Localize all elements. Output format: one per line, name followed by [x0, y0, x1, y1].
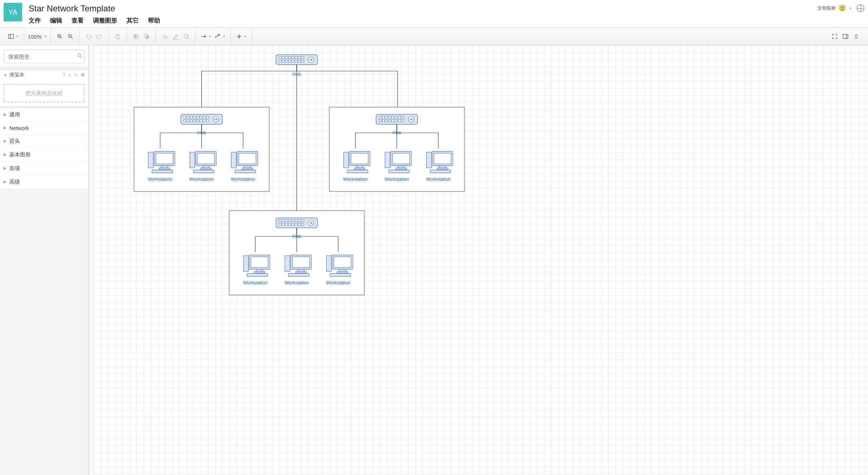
canvas-wrap: Hub Hub Workstation Workstation Workstat…	[89, 45, 868, 475]
scratchpad-header[interactable]: ▼ 便笺本 ? + ✎ ×	[0, 70, 88, 80]
toolbar: ▼ 100% ▼	[0, 28, 868, 45]
svg-text:Hub: Hub	[393, 130, 401, 135]
svg-text:Workstation: Workstation	[243, 280, 267, 285]
diagram-top-hub[interactable]	[276, 55, 317, 65]
user-nickname[interactable]: 没有昵称	[817, 5, 836, 11]
canvas[interactable]: Hub Hub Workstation Workstation Workstat…	[94, 45, 868, 475]
fill-color-button[interactable]	[159, 31, 170, 42]
line-color-button[interactable]	[170, 31, 181, 42]
menu-file[interactable]: 文件	[29, 16, 41, 25]
svg-text:Workstation: Workstation	[426, 176, 450, 182]
menu-arrange[interactable]: 调整图形	[93, 16, 117, 25]
scratchpad-dropzone[interactable]: 把元素拖至此处	[4, 84, 84, 102]
svg-text:Workstation: Workstation	[148, 176, 172, 182]
sidebar-toggle-button[interactable]: ▼	[6, 31, 20, 42]
undo-button[interactable]	[83, 31, 94, 42]
user-area: 没有昵称 😇 ▼	[817, 3, 864, 12]
diagram[interactable]: Hub Hub Workstation Workstation Workstat…	[94, 45, 558, 342]
menubar: 文件 编辑 查看 调整图形 其它 帮助	[29, 16, 817, 25]
category-network[interactable]: ▶Network	[0, 122, 88, 135]
scratchpad-title: 便笺本	[9, 72, 24, 78]
fullscreen-button[interactable]	[829, 31, 840, 42]
shape-categories: ▶通用 ▶Network ▶箭头 ▶基本图形 ▶杂项 ▶高级	[0, 108, 88, 189]
waypoint-button[interactable]: ▼	[213, 31, 227, 42]
diagram-cluster-right[interactable]: Hub Workstation Workstation Workstation	[329, 107, 464, 191]
user-emoji-icon: 😇	[839, 5, 846, 12]
svg-text:Workstation: Workstation	[231, 176, 255, 182]
category-general[interactable]: ▶通用	[0, 108, 88, 122]
header: YA Star Network Template 文件 编辑 查看 调整图形 其…	[0, 0, 868, 25]
category-advanced[interactable]: ▶高级	[0, 175, 88, 189]
zoom-level[interactable]: 100%	[28, 34, 41, 40]
avatar[interactable]: YA	[4, 3, 22, 21]
chevron-down-icon: ▼	[4, 73, 7, 77]
shadow-button[interactable]	[181, 31, 192, 42]
category-misc[interactable]: ▶杂项	[0, 162, 88, 175]
svg-point-16	[166, 38, 167, 39]
globe-icon[interactable]	[857, 4, 864, 12]
to-back-button[interactable]	[141, 31, 152, 42]
format-panel-toggle[interactable]	[840, 31, 851, 42]
document-title[interactable]: Star Network Template	[29, 3, 817, 14]
collapse-button[interactable]	[851, 31, 862, 42]
svg-line-25	[80, 56, 82, 58]
diagram-top-hub-label: Hub	[292, 71, 301, 77]
category-arrows[interactable]: ▶箭头	[0, 135, 88, 148]
add-button[interactable]: ▼	[235, 31, 248, 42]
zoom-dropdown-caret[interactable]: ▼	[44, 35, 47, 38]
scratchpad-close-icon[interactable]: ×	[81, 72, 84, 78]
svg-text:Workstation: Workstation	[189, 176, 214, 182]
svg-point-24	[78, 54, 81, 57]
svg-text:Hub: Hub	[292, 234, 301, 239]
main: ▼ 便笺本 ? + ✎ × 把元素拖至此处 ▶通用 ▶Network ▶箭头 ▶…	[0, 45, 868, 475]
user-dropdown-caret[interactable]: ▼	[849, 6, 852, 10]
to-front-button[interactable]	[130, 31, 141, 42]
scratchpad-help-icon[interactable]: ?	[63, 72, 65, 78]
svg-rect-0	[9, 34, 14, 39]
search-icon[interactable]	[77, 53, 83, 60]
diagram-cluster-left[interactable]: Hub Workstation Workstation Workstation	[134, 107, 269, 191]
diagram-cluster-bottom[interactable]: Hub Workstation Workstation Workstation	[229, 211, 364, 295]
svg-text:Hub: Hub	[197, 130, 206, 135]
search-input[interactable]	[8, 53, 77, 60]
svg-line-3	[60, 37, 62, 39]
svg-text:Workstation: Workstation	[285, 280, 309, 285]
svg-line-7	[71, 37, 73, 39]
menu-edit[interactable]: 编辑	[50, 16, 62, 25]
zoom-in-button[interactable]	[54, 31, 65, 42]
svg-rect-9	[116, 35, 119, 39]
sidebar: ▼ 便笺本 ? + ✎ × 把元素拖至此处 ▶通用 ▶Network ▶箭头 ▶…	[0, 45, 89, 475]
menu-help[interactable]: 帮助	[148, 16, 160, 25]
connection-button[interactable]: ▼	[199, 31, 213, 42]
menu-view[interactable]: 查看	[71, 16, 84, 25]
title-block: Star Network Template 文件 编辑 查看 调整图形 其它 帮…	[29, 3, 817, 25]
svg-text:Workstation: Workstation	[343, 176, 368, 182]
svg-rect-22	[843, 34, 848, 39]
category-basic[interactable]: ▶基本图形	[0, 148, 88, 162]
search-input-wrap[interactable]	[4, 50, 84, 63]
zoom-out-button[interactable]	[65, 31, 76, 42]
svg-rect-18	[184, 35, 188, 38]
svg-text:Workstation: Workstation	[385, 176, 409, 182]
menu-extras[interactable]: 其它	[127, 16, 139, 25]
delete-button[interactable]	[112, 31, 123, 42]
redo-button[interactable]	[94, 31, 105, 42]
scratchpad-add-icon[interactable]: +	[68, 72, 71, 78]
scratchpad-edit-icon[interactable]: ✎	[74, 72, 78, 78]
svg-text:Workstation: Workstation	[326, 280, 350, 285]
